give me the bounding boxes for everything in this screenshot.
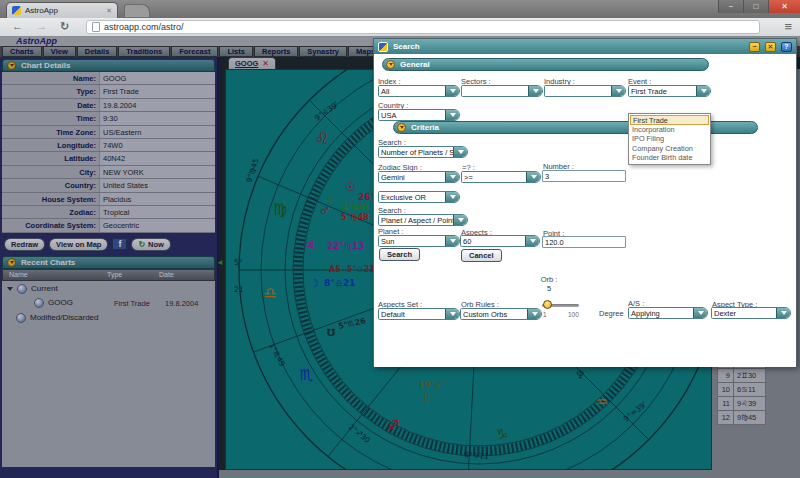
section-arrow-icon[interactable]	[386, 60, 395, 69]
tree-row-modified[interactable]: Modified/Discarded	[16, 312, 98, 324]
forward-icon[interactable]: →	[36, 20, 47, 32]
cusp-position: 9♍45	[734, 411, 766, 425]
section-arrow-icon[interactable]	[397, 123, 406, 132]
point-input[interactable]	[542, 236, 626, 248]
detail-label: Zodiac:	[2, 206, 99, 218]
dropdown-arrow-icon[interactable]	[528, 86, 542, 96]
degree-label: Degree	[599, 309, 624, 318]
chart-tab-label[interactable]: GOOG	[235, 59, 258, 68]
dialog-close-icon[interactable]: ✕	[765, 42, 776, 52]
menu-item[interactable]: Charts	[2, 46, 42, 57]
dialog-titlebar[interactable]: Search − ✕ ?	[374, 39, 796, 54]
dropdown-arrow-icon[interactable]	[526, 172, 540, 182]
planet-select[interactable]: Sun	[378, 235, 460, 247]
menu-item[interactable]: Details	[77, 46, 118, 57]
dropdown-arrow-icon[interactable]	[445, 236, 459, 246]
cusp-row[interactable]: 11 9♌39	[718, 397, 766, 411]
aspect-type-select[interactable]: Dexter	[711, 307, 791, 319]
dropdown-arrow-icon[interactable]	[525, 236, 539, 246]
dialog-minimize-icon[interactable]: −	[749, 42, 760, 52]
menu-item[interactable]: Reports	[254, 46, 298, 57]
facebook-icon[interactable]: f	[112, 238, 127, 250]
aspects-select[interactable]: 60	[460, 235, 540, 247]
orb-rules-select[interactable]: Custom Orbs	[460, 308, 542, 320]
orb-slider[interactable]	[542, 300, 579, 310]
chart-tab-goog[interactable]: GOOG ✕	[228, 57, 276, 69]
industry-select[interactable]	[544, 85, 626, 97]
cancel-button[interactable]: Cancel	[461, 249, 502, 262]
cusp-row[interactable]: 10 6♋11	[718, 383, 766, 397]
dropdown-arrow-icon[interactable]	[445, 192, 459, 202]
recent-charts-header[interactable]: Recent Charts	[2, 256, 215, 269]
dialog-help-icon[interactable]: ?	[781, 42, 792, 52]
event-option[interactable]: First Trade	[630, 115, 709, 125]
general-section-header[interactable]: General	[382, 58, 709, 71]
number-input[interactable]	[542, 170, 626, 182]
index-select[interactable]: All	[378, 85, 460, 97]
search-type2-select[interactable]: Planet / Aspect / Point	[378, 214, 468, 226]
chart-tab-close-icon[interactable]: ✕	[262, 59, 269, 68]
panel-collapse-icon[interactable]: ◄	[216, 258, 224, 267]
collapse-arrow-icon[interactable]	[7, 61, 16, 70]
dropdown-arrow-icon[interactable]	[776, 308, 790, 318]
event-option[interactable]: Company Creation	[630, 144, 709, 154]
window-close-icon[interactable]: ✕	[768, 0, 800, 13]
view-on-map-button[interactable]: View on Map	[49, 238, 108, 251]
window-minimize-icon[interactable]: −	[718, 0, 743, 13]
as-select[interactable]: Applying	[628, 307, 708, 319]
col-date[interactable]: Date	[159, 271, 174, 278]
cusp-row[interactable]: 12 9♍45	[718, 411, 766, 425]
goog-date: 19.8.2004	[165, 299, 198, 308]
event-option[interactable]: Founder Birth date	[630, 153, 709, 163]
redraw-button[interactable]: Redraw	[4, 238, 45, 251]
search-type-select[interactable]: Number of Planets / Sign	[378, 146, 468, 158]
tree-row-current[interactable]: Current	[7, 283, 58, 295]
collapse-arrow-icon[interactable]	[7, 258, 16, 267]
dropdown-arrow-icon[interactable]	[693, 308, 707, 318]
event-select[interactable]: First Trade	[628, 85, 711, 97]
menu-item[interactable]: Lists	[219, 46, 253, 57]
search-button[interactable]: Search	[379, 248, 420, 261]
reload-icon[interactable]: ↻	[60, 20, 69, 33]
cusp-row[interactable]: 9 2♊30	[718, 369, 766, 383]
svg-text:♐: ♐	[386, 417, 399, 435]
back-icon[interactable]: ←	[12, 20, 23, 32]
event-option[interactable]: IPO Filing	[630, 134, 709, 144]
dropdown-arrow-icon[interactable]	[527, 309, 541, 319]
dropdown-arrow-icon[interactable]	[453, 147, 467, 157]
new-tab-button[interactable]	[124, 4, 150, 17]
dropdown-arrow-icon[interactable]	[445, 110, 459, 120]
expander-icon[interactable]	[7, 287, 13, 294]
now-button[interactable]: ↻ Now	[131, 238, 171, 251]
dropdown-arrow-icon[interactable]	[445, 86, 459, 96]
dropdown-arrow-icon[interactable]	[453, 215, 467, 225]
dropdown-arrow-icon[interactable]	[445, 172, 459, 182]
browser-tab[interactable]: AstroApp ✕	[6, 2, 118, 18]
aspects-set-select[interactable]: Default	[378, 308, 460, 320]
operator-select[interactable]: Exclusive OR	[378, 191, 460, 203]
col-type[interactable]: Type	[107, 271, 159, 278]
chart-detail-row: House System: Placidus	[2, 193, 215, 206]
slider-handle[interactable]	[543, 300, 552, 309]
menu-item[interactable]: View	[43, 46, 76, 57]
country-select[interactable]: USA	[378, 109, 460, 121]
col-name[interactable]: Name	[3, 271, 107, 278]
zodiac-sign-select[interactable]: Gemini	[378, 171, 460, 183]
browser-menu-icon[interactable]: ≡	[784, 19, 792, 34]
svg-text:☽: ☽	[309, 277, 319, 290]
chart-details-header[interactable]: Chart Details	[2, 59, 215, 72]
event-option[interactable]: Incorporation	[630, 125, 709, 135]
tree-row-goog[interactable]: GOOG	[34, 297, 73, 309]
dropdown-arrow-icon[interactable]	[611, 86, 625, 96]
sectors-select[interactable]	[461, 85, 543, 97]
menu-item[interactable]: Traditions	[118, 46, 170, 57]
dropdown-arrow-icon[interactable]	[696, 86, 710, 96]
tab-close-icon[interactable]: ✕	[106, 7, 112, 15]
menu-item[interactable]: Synastry	[299, 46, 347, 57]
menu-item[interactable]: Forecast	[171, 46, 218, 57]
dropdown-arrow-icon[interactable]	[445, 309, 459, 319]
comparator-select[interactable]: >=	[461, 171, 541, 183]
app-logo[interactable]: AstroApp	[16, 36, 57, 46]
window-maximize-icon[interactable]: □	[743, 0, 768, 13]
address-bar[interactable]: astroapp.com/astro/	[86, 20, 760, 34]
